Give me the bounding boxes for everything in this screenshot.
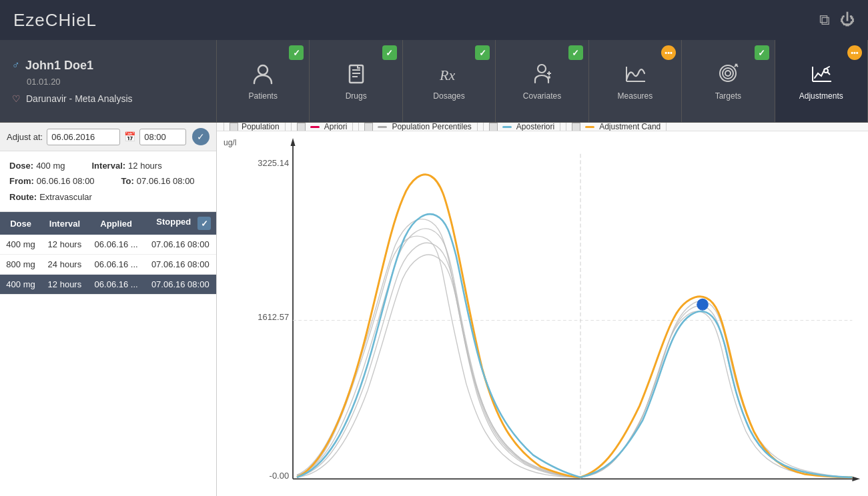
right-panel: Population Apriori Population Percentile… — [217, 123, 868, 496]
table-row[interactable]: 800 mg 24 hours 06.06.16 ... 07.06.16 08… — [0, 255, 216, 275]
aposteriori-checkbox[interactable] — [489, 123, 498, 131]
percentiles-checkbox[interactable] — [364, 123, 373, 131]
chart-svg: -0.00 1612.57 3225.14 08:02 06.06.2016 1… — [254, 138, 868, 496]
svg-point-13 — [723, 68, 733, 79]
table-check-icon[interactable]: ✓ — [197, 217, 211, 230]
patient-name-row: ♂ John1 Doe1 — [12, 59, 204, 73]
dose-table: Dose Interval Applied Stopped ✓ 400 mg 1… — [0, 212, 216, 496]
app-title: EzeCHieL — [13, 10, 97, 31]
left-panel: Adjust at: 📅 ✓ Dose: 400 mg Interval: 12… — [0, 123, 217, 496]
adjustment-cand-label: Adjustment Cand — [599, 123, 661, 131]
population-label: Population — [242, 123, 280, 131]
confirm-button[interactable]: ✓ — [192, 128, 209, 145]
patient-info: ♂ John1 Doe1 01.01.20 ♡ Darunavir - Meta… — [0, 40, 217, 122]
route-value: Extravascular — [39, 189, 92, 205]
navbar: ♂ John1 Doe1 01.01.20 ♡ Darunavir - Meta… — [0, 40, 868, 123]
drugs-label: Drugs — [346, 91, 367, 101]
patients-label: Patients — [249, 91, 278, 101]
drugs-icon — [344, 61, 368, 89]
col-interval: Interval — [41, 212, 88, 235]
svg-point-14 — [725, 71, 731, 76]
chart-legend: Population Apriori Population Percentile… — [217, 123, 868, 131]
legend-adjustment-cand[interactable]: Adjustment Cand — [566, 123, 667, 131]
model-name: Darunavir - Meta Analysis — [26, 93, 133, 104]
y-axis-label: ug/l — [224, 138, 236, 147]
svg-text:-0.00: -0.00 — [270, 471, 290, 481]
adjust-bar: Adjust at: 📅 ✓ — [0, 123, 216, 151]
to-label: To: — [121, 173, 134, 189]
row2-applied: 06.06.16 ... — [88, 255, 145, 275]
measures-icon — [623, 61, 647, 89]
row3-applied: 06.06.16 ... — [88, 275, 145, 295]
chart-area: ug/l Time -0.00 1612.57 3225.14 08:02 06… — [217, 131, 868, 496]
col-dose: Dose — [0, 212, 41, 235]
col-stopped: Stopped ✓ — [145, 212, 216, 235]
tab-dosages[interactable]: ✓ Rx Dosages — [403, 40, 496, 122]
power-icon[interactable]: ⏻ — [840, 11, 855, 29]
legend-population-percentiles[interactable]: Population Percentiles — [358, 123, 477, 131]
drug-info: Dose: 400 mg Interval: 12 hours From: 06… — [0, 151, 216, 212]
adjustments-icon — [809, 61, 833, 89]
copy-icon[interactable]: ⧉ — [819, 11, 830, 29]
row1-interval: 12 hours — [41, 235, 88, 255]
interval-value: 12 hours — [128, 158, 162, 173]
covariates-icon — [530, 61, 554, 89]
dose-label: Dose: — [9, 158, 33, 173]
dosages-check-badge: ✓ — [475, 45, 490, 60]
measures-dot-badge: ••• — [661, 45, 676, 60]
from-value: 06.06.16 08:00 — [37, 173, 95, 189]
aposteriori-label: Aposteriori — [516, 123, 554, 131]
adjustment-checkbox[interactable] — [572, 123, 580, 131]
dosages-label: Dosages — [433, 91, 464, 101]
adjust-time-input[interactable] — [139, 129, 186, 145]
row2-interval: 24 hours — [41, 255, 88, 275]
from-label: From: — [9, 173, 34, 189]
targets-label: Targets — [715, 91, 741, 101]
adjust-date-input[interactable] — [47, 129, 120, 145]
svg-point-9 — [548, 76, 550, 79]
calendar-icon[interactable]: 📅 — [124, 131, 135, 142]
table-row-selected[interactable]: 400 mg 12 hours 06.06.16 ... 07.06.16 08… — [0, 275, 216, 295]
apriori-checkbox[interactable] — [297, 123, 306, 131]
targets-check-badge: ✓ — [755, 45, 769, 60]
targets-icon — [716, 61, 740, 89]
row1-dose: 400 mg — [0, 235, 41, 255]
legend-population[interactable]: Population — [224, 123, 286, 131]
svg-point-6 — [538, 65, 546, 73]
route-label: Route: — [9, 189, 37, 205]
tab-patients[interactable]: ✓ Patients — [217, 40, 310, 122]
interval-label: Interval: — [92, 158, 126, 173]
svg-marker-24 — [290, 138, 295, 146]
row3-dose: 400 mg — [0, 275, 41, 295]
tab-covariates[interactable]: ✓ Covariates — [496, 40, 588, 122]
main-content: Adjust at: 📅 ✓ Dose: 400 mg Interval: 12… — [0, 123, 868, 496]
svg-line-20 — [827, 72, 830, 75]
patient-dob: 01.01.20 — [27, 77, 204, 87]
legend-apriori[interactable]: Apriori — [291, 123, 354, 131]
patient-name: John1 Doe1 — [25, 59, 93, 73]
row2-stopped: 07.06.16 08:00 — [145, 255, 216, 275]
covariates-check-badge: ✓ — [568, 45, 583, 60]
patients-check-badge: ✓ — [289, 45, 304, 60]
model-icon: ♡ — [12, 93, 21, 104]
measures-label: Measures — [618, 91, 653, 101]
svg-point-0 — [258, 65, 268, 75]
population-checkbox[interactable] — [230, 123, 238, 131]
patient-model: ♡ Darunavir - Meta Analysis — [12, 93, 204, 104]
gender-icon: ♂ — [12, 59, 20, 71]
covariates-label: Covariates — [523, 91, 561, 101]
header: EzeCHieL ⧉ ⏻ — [0, 0, 868, 40]
tab-targets[interactable]: ✓ Targets — [682, 40, 775, 122]
percentiles-label: Population Percentiles — [392, 123, 471, 131]
tab-adjustments[interactable]: ••• Adjustments — [775, 40, 868, 122]
svg-text:1612.57: 1612.57 — [258, 312, 289, 322]
row1-stopped: 07.06.16 08:00 — [145, 235, 216, 255]
patients-icon — [251, 61, 275, 89]
dosages-icon: Rx — [437, 61, 461, 89]
table-row[interactable]: 400 mg 12 hours 06.06.16 ... 07.06.16 08… — [0, 235, 216, 255]
col-applied: Applied — [88, 212, 145, 235]
apriori-label: Apriori — [324, 123, 348, 131]
tab-drugs[interactable]: ✓ Drugs — [310, 40, 402, 122]
tab-measures[interactable]: ••• Measures — [589, 40, 682, 122]
legend-aposteriori[interactable]: Aposteriori — [483, 123, 560, 131]
